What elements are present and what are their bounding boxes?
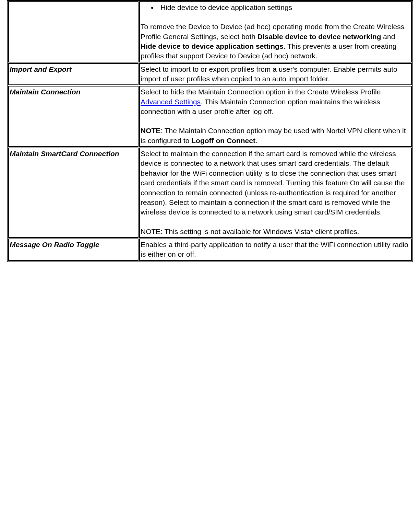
setting-name-cell	[8, 1, 139, 62]
paragraph: Select to import to or export profiles f…	[141, 65, 410, 84]
paragraph: To remove the Device to Device (ad hoc) …	[141, 22, 410, 61]
setting-desc-cell: Select to hide the Maintain Connection o…	[139, 86, 412, 147]
table-row: Message On Radio Toggle Enables a third-…	[8, 239, 412, 261]
bullet-item: Hide device to device application settin…	[158, 3, 410, 12]
bullet-list: Hide device to device application settin…	[141, 3, 410, 12]
table-row: Maintain Connection Select to hide the M…	[8, 86, 412, 147]
text: .	[255, 137, 257, 144]
text: Select to hide the Maintain Connection o…	[141, 88, 381, 96]
setting-desc-cell: Select to maintain the connection if the…	[139, 148, 412, 238]
paragraph: Select to maintain the connection if the…	[141, 149, 410, 217]
note-paragraph: NOTE: The Maintain Connection option may…	[141, 126, 410, 146]
advanced-settings-link[interactable]: Advanced Settings	[141, 98, 201, 106]
text: and	[381, 33, 395, 40]
setting-desc-cell: Enables a third-party application to not…	[139, 239, 412, 261]
bold-text: Disable device to device networking	[257, 33, 381, 40]
bold-text: Logoff on Connect	[191, 137, 255, 144]
note-paragraph: NOTE: This setting is not available for …	[141, 227, 410, 236]
paragraph: Enables a third-party application to not…	[141, 240, 410, 259]
table-row: Hide device to device application settin…	[8, 1, 412, 62]
text: : The Maintain Connection option may be …	[141, 127, 406, 144]
table-row: Import and Export Select to import to or…	[8, 63, 412, 85]
settings-table: Hide device to device application settin…	[7, 0, 413, 262]
table-row: Maintain SmartCard Connection Select to …	[8, 148, 412, 238]
setting-name-cell: Maintain SmartCard Connection	[8, 148, 139, 238]
bold-text: Hide device to device application settin…	[141, 42, 284, 50]
note-label: NOTE	[141, 127, 160, 135]
setting-desc-cell: Hide device to device application settin…	[139, 1, 412, 62]
setting-name-cell: Message On Radio Toggle	[8, 239, 139, 261]
paragraph: Select to hide the Maintain Connection o…	[141, 87, 410, 116]
setting-desc-cell: Select to import to or export profiles f…	[139, 63, 412, 85]
setting-name-cell: Maintain Connection	[8, 86, 139, 147]
setting-name-cell: Import and Export	[8, 63, 139, 85]
